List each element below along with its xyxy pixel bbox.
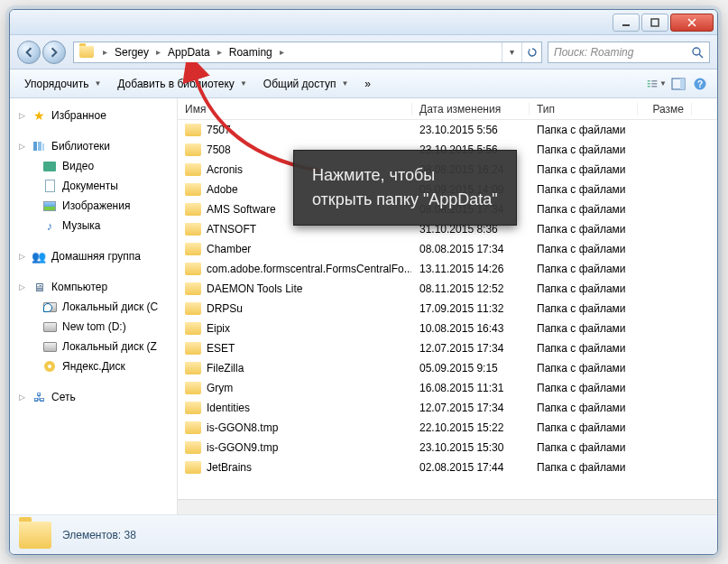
table-row[interactable]: ESET12.07.2015 17:34Папка с файлами bbox=[178, 338, 717, 358]
view-options-button[interactable]: ▼ bbox=[647, 74, 667, 94]
chevron-right-icon[interactable]: ▸ bbox=[216, 47, 224, 57]
table-row[interactable]: FileZilla05.09.2015 9:15Папка с файлами bbox=[178, 358, 717, 378]
search-input[interactable]: Поиск: Roaming bbox=[548, 42, 710, 63]
svg-rect-4 bbox=[648, 80, 650, 81]
sidebar-drive-z[interactable]: Локальный диск (Z bbox=[10, 337, 177, 356]
folder-icon bbox=[185, 302, 201, 315]
svg-rect-11 bbox=[680, 79, 685, 89]
sidebar-music[interactable]: ♪ Музыка bbox=[10, 216, 177, 236]
file-rows[interactable]: 750723.10.2015 5:56Папка с файлами750823… bbox=[178, 120, 717, 499]
table-row[interactable]: 750823.10.2015 5:56Папка с файлами bbox=[178, 140, 717, 160]
column-date-header[interactable]: Дата изменения bbox=[412, 103, 530, 116]
chevron-down-icon: ▼ bbox=[341, 79, 348, 88]
table-row[interactable]: AMS Software08.08.2015 17:34Папка с файл… bbox=[178, 199, 717, 219]
file-name: ESET bbox=[207, 342, 235, 355]
file-date: 12.07.2015 17:34 bbox=[412, 402, 530, 414]
sidebar-label: Видео bbox=[62, 160, 94, 172]
address-bar[interactable]: ▸ Sergey ▸ AppData ▸ Roaming ▸ ▾ bbox=[73, 42, 542, 63]
folder-icon bbox=[185, 163, 201, 176]
button-label: Добавить в библиотеку bbox=[117, 78, 235, 90]
breadcrumb-label: Sergey bbox=[115, 46, 149, 59]
folder-icon bbox=[185, 362, 201, 374]
table-row[interactable]: Acronis08.08.2015 16:24Папка с файлами bbox=[178, 160, 717, 180]
maximize-button[interactable] bbox=[641, 14, 668, 32]
toolbar-overflow-button[interactable]: » bbox=[357, 74, 378, 94]
folder-icon bbox=[185, 282, 201, 295]
sidebar-network[interactable]: ▷ 🖧 Сеть bbox=[10, 387, 177, 407]
sidebar-computer[interactable]: ▷ 🖥 Компьютер bbox=[10, 277, 177, 297]
chevron-right-icon[interactable]: ▸ bbox=[101, 47, 109, 57]
breadcrumb-user[interactable]: Sergey bbox=[109, 42, 154, 62]
table-row[interactable]: Eipix10.08.2015 16:43Папка с файлами bbox=[178, 319, 717, 338]
table-row[interactable]: ATNSOFT31.10.2015 8:36Папка с файлами bbox=[178, 219, 717, 239]
sidebar-video[interactable]: Видео bbox=[10, 156, 177, 176]
drive-icon bbox=[42, 339, 57, 354]
horizontal-scrollbar[interactable] bbox=[178, 499, 717, 514]
forward-button[interactable] bbox=[42, 41, 66, 64]
table-row[interactable]: JetBrains02.08.2015 17:44Папка с файлами bbox=[178, 458, 717, 477]
breadcrumb-roaming[interactable]: Roaming bbox=[224, 42, 278, 62]
svg-rect-8 bbox=[651, 83, 657, 84]
organize-button[interactable]: Упорядочить ▼ bbox=[17, 74, 108, 94]
breadcrumb-root[interactable] bbox=[74, 42, 101, 62]
share-button[interactable]: Общий доступ ▼ bbox=[256, 74, 356, 94]
file-date: 08.08.2015 17:34 bbox=[412, 203, 530, 216]
history-dropdown-button[interactable]: ▾ bbox=[502, 42, 521, 62]
file-date: 23.10.2015 5:56 bbox=[412, 143, 530, 156]
computer-icon: 🖥 bbox=[32, 280, 46, 294]
yandex-disk-icon bbox=[42, 359, 57, 374]
file-type: Папка с файлами bbox=[530, 402, 638, 414]
file-date: 23.10.2015 15:30 bbox=[412, 441, 530, 454]
sidebar-images[interactable]: Изображения bbox=[10, 196, 177, 216]
status-label: Элементов: bbox=[62, 529, 121, 541]
sidebar-documents[interactable]: Документы bbox=[10, 176, 177, 196]
sidebar-drive-c[interactable]: Локальный диск (C bbox=[10, 297, 177, 317]
table-row[interactable]: com.adobe.formscentral.FormsCentralFo...… bbox=[178, 259, 717, 279]
breadcrumb-appdata[interactable]: AppData bbox=[162, 42, 216, 62]
table-row[interactable]: is-GGON8.tmp22.10.2015 15:22Папка с файл… bbox=[178, 418, 717, 438]
table-row[interactable]: DRPSu17.09.2015 11:32Папка с файлами bbox=[178, 299, 717, 319]
chevron-right-icon[interactable]: ▸ bbox=[278, 47, 286, 57]
folder-icon bbox=[185, 342, 201, 355]
column-type-header[interactable]: Тип bbox=[530, 103, 638, 116]
sidebar-homegroup[interactable]: ▷ 👥 Домашняя группа bbox=[10, 246, 177, 266]
table-row[interactable]: Adobe05.09.2015 14:09Папка с файлами bbox=[178, 180, 717, 199]
file-date: 23.10.2015 5:56 bbox=[412, 124, 530, 136]
file-type: Папка с файлами bbox=[530, 342, 638, 355]
folder-icon bbox=[185, 243, 201, 255]
table-row[interactable]: DAEMON Tools Lite08.11.2015 12:52Папка с… bbox=[178, 279, 717, 299]
folder-icon bbox=[185, 382, 201, 394]
star-icon: ★ bbox=[32, 108, 46, 123]
file-date: 16.08.2015 11:31 bbox=[412, 382, 530, 394]
expand-icon: ▷ bbox=[17, 252, 26, 261]
table-row[interactable]: is-GGON9.tmp23.10.2015 15:30Папка с файл… bbox=[178, 438, 717, 458]
sidebar-drive-d[interactable]: New tom (D:) bbox=[10, 317, 177, 337]
breadcrumb-label: AppData bbox=[168, 46, 210, 59]
folder-icon bbox=[185, 203, 201, 216]
close-button[interactable] bbox=[670, 14, 714, 32]
table-row[interactable]: Grym16.08.2015 11:31Папка с файлами bbox=[178, 378, 717, 398]
folder-icon bbox=[185, 441, 201, 454]
back-button[interactable] bbox=[17, 41, 41, 64]
help-button[interactable]: ? bbox=[690, 74, 710, 94]
svg-rect-16 bbox=[42, 143, 44, 151]
table-row[interactable]: 750723.10.2015 5:56Папка с файлами bbox=[178, 120, 717, 140]
svg-text:?: ? bbox=[697, 79, 703, 89]
preview-pane-button[interactable] bbox=[668, 74, 688, 94]
expand-icon: ▷ bbox=[17, 142, 26, 151]
column-size-header[interactable]: Разме bbox=[638, 103, 692, 116]
sidebar-libraries[interactable]: ▷ Библиотеки bbox=[10, 136, 177, 156]
folder-icon bbox=[185, 421, 201, 434]
titlebar bbox=[10, 10, 717, 35]
add-to-library-button[interactable]: Добавить в библиотеку ▼ bbox=[110, 74, 253, 94]
minimize-button[interactable] bbox=[613, 14, 640, 32]
table-row[interactable]: Identities12.07.2015 17:34Папка с файлам… bbox=[178, 398, 717, 418]
column-name-header[interactable]: Имя bbox=[178, 103, 412, 116]
file-name: DAEMON Tools Lite bbox=[207, 282, 302, 295]
sidebar-favorites[interactable]: ▷ ★ Избранное bbox=[10, 106, 177, 125]
refresh-button[interactable] bbox=[521, 42, 541, 62]
sidebar-label: Компьютер bbox=[51, 281, 107, 293]
table-row[interactable]: Chamber08.08.2015 17:34Папка с файлами bbox=[178, 239, 717, 259]
chevron-right-icon[interactable]: ▸ bbox=[154, 47, 162, 57]
sidebar-yandex-disk[interactable]: Яндекс.Диск bbox=[10, 356, 177, 376]
